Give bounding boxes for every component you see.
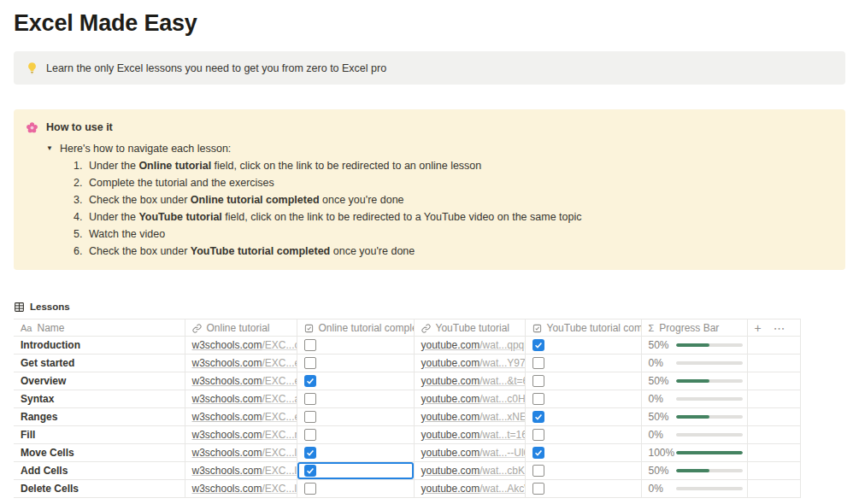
progress-bar-track xyxy=(676,415,743,419)
lesson-name-cell[interactable]: Move Cells xyxy=(14,444,185,462)
empty-trailing-cell xyxy=(747,444,800,462)
howto-step: Under the Online tutorial field, click o… xyxy=(74,157,833,174)
lesson-name-cell[interactable]: Introduction xyxy=(14,337,185,355)
progress-bar-track xyxy=(676,451,743,454)
column-label: YouTube tutorial xyxy=(436,322,510,334)
lessons-table-body: Introductionw3schools.com/EXC...on.phpyo… xyxy=(14,337,800,498)
online-tutorial-link-cell[interactable]: w3schools.com/EXC...ax.php xyxy=(185,390,297,408)
online-tutorial-link-cell[interactable]: w3schools.com/EXC...ng.php xyxy=(185,426,297,444)
checkbox-type-icon xyxy=(532,324,542,333)
url-path-text: /wat...t=167s xyxy=(480,429,525,441)
youtube-completed-checkbox-cell xyxy=(525,444,641,462)
howto-toggle[interactable]: ▼ Here's how to navigate each lesson: xyxy=(46,140,833,157)
checkbox[interactable] xyxy=(532,483,544,495)
youtube-tutorial-link-cell[interactable]: youtube.com/wat...&t=60s xyxy=(414,372,525,390)
column-header-youtube-tutorial-completed[interactable]: YouTube tutorial completed xyxy=(525,319,641,337)
online-tutorial-link-cell[interactable]: w3schools.com/EXC...es.php xyxy=(185,408,297,426)
youtube-tutorial-link-cell[interactable]: youtube.com/wat...qpqLTU xyxy=(414,337,525,355)
step-text: Complete the tutorial and the exercises xyxy=(89,177,274,189)
youtube-tutorial-link-cell[interactable]: youtube.com/wat...Y97Rw0 xyxy=(414,355,525,372)
online-tutorial-link-cell[interactable]: w3schools.com/EXC...ls.php xyxy=(185,444,297,462)
youtube-tutorial-link-cell[interactable]: youtube.com/wat...c0HlJ4 xyxy=(414,390,525,408)
checkbox[interactable] xyxy=(532,393,544,405)
url-path-text: /wat...--Ul0o xyxy=(480,447,525,459)
howto-step: Under the YouTube tutorial field, click … xyxy=(74,208,833,226)
column-header-name[interactable]: AaName xyxy=(14,319,185,337)
checkbox[interactable] xyxy=(532,447,544,459)
checkbox[interactable] xyxy=(532,375,544,387)
lesson-name-cell[interactable]: Get started xyxy=(14,355,185,372)
youtube-tutorial-link-cell[interactable]: youtube.com/wat...t=167s xyxy=(414,426,525,444)
table-row: Syntaxw3schools.com/EXC...ax.phpyoutube.… xyxy=(14,390,800,408)
online-completed-checkbox-cell xyxy=(297,408,414,426)
url-domain-text: youtube.com xyxy=(421,447,480,459)
url-domain-text: w3schools.com xyxy=(192,411,262,423)
lesson-name-cell[interactable]: Fill xyxy=(14,426,185,444)
checkbox[interactable] xyxy=(304,393,316,405)
online-tutorial-link-cell[interactable]: w3schools.com/EXC...ew.php xyxy=(185,372,297,390)
url-path-text: /EXC...ls.php xyxy=(262,465,297,477)
progress-percent-label: 50% xyxy=(649,411,676,423)
url-domain-text: youtube.com xyxy=(421,357,480,369)
column-header-youtube-tutorial[interactable]: YouTube tutorial xyxy=(414,319,525,337)
url-path-text: /wat...Y97Rw0 xyxy=(480,357,525,369)
url-path-text: /EXC...ew.php xyxy=(262,375,297,387)
lesson-name-cell[interactable]: Delete Cells xyxy=(14,480,185,498)
lesson-name-cell[interactable]: Ranges xyxy=(14,408,185,426)
lesson-name-cell[interactable]: Add Cells xyxy=(14,462,185,480)
step-text: once you're done xyxy=(330,245,415,257)
lesson-name-cell[interactable]: Overview xyxy=(14,372,185,390)
checkbox[interactable] xyxy=(304,339,316,351)
check-icon xyxy=(533,448,544,458)
url-path-text: /EXC...ax.php xyxy=(262,393,297,405)
checkbox[interactable] xyxy=(532,339,544,351)
url-path-text: /EXC...on.php xyxy=(262,339,297,351)
progress-bar-track xyxy=(676,397,743,401)
checkbox[interactable] xyxy=(532,465,544,477)
checkbox[interactable] xyxy=(532,357,544,369)
online-tutorial-link-cell[interactable]: w3schools.com/EXC...ls.php xyxy=(185,462,297,480)
youtube-completed-checkbox-cell xyxy=(525,372,641,390)
table-row: Introductionw3schools.com/EXC...on.phpyo… xyxy=(14,337,800,355)
checkbox[interactable] xyxy=(304,411,316,423)
lessons-section-header[interactable]: Lessons xyxy=(14,300,845,314)
empty-trailing-cell xyxy=(747,426,800,444)
table-more-options-button[interactable]: ⋯ xyxy=(774,321,786,335)
url-path-text: /EXC...ng.php xyxy=(262,429,297,441)
online-completed-checkbox-cell xyxy=(297,355,414,372)
howto-steps: Under the Online tutorial field, click o… xyxy=(74,157,833,260)
url-path-text: /EXC...ed.php xyxy=(262,357,297,369)
howto-step: Watch the video xyxy=(74,226,833,243)
youtube-tutorial-link-cell[interactable]: youtube.com/wat...cbKEaQ xyxy=(414,462,525,480)
add-column-button[interactable]: + xyxy=(755,321,762,335)
checkbox[interactable] xyxy=(304,483,316,495)
youtube-tutorial-link-cell[interactable]: youtube.com/wat...AkcWyY xyxy=(414,480,525,498)
lessons-table: AaName Online tutorial Online tutorial c… xyxy=(14,319,801,498)
progress-bar-track xyxy=(676,487,743,490)
column-header-progress-bar[interactable]: ΣProgress Bar xyxy=(641,319,747,337)
online-tutorial-link-cell[interactable]: w3schools.com/EXC...ls.php xyxy=(185,480,297,498)
howto-title: How to use it xyxy=(46,120,113,135)
empty-trailing-cell xyxy=(747,390,800,408)
empty-trailing-cell xyxy=(747,480,800,498)
progress-bar-cell: 50% xyxy=(641,408,747,426)
checkbox[interactable] xyxy=(532,411,544,423)
column-label: Online tutorial xyxy=(207,322,270,334)
checkbox[interactable] xyxy=(304,375,316,387)
progress-bar-cell: 0% xyxy=(641,355,747,372)
checkbox[interactable] xyxy=(304,429,316,441)
progress-bar-track xyxy=(676,379,743,383)
column-header-online-tutorial[interactable]: Online tutorial xyxy=(185,319,297,337)
url-domain-text: w3schools.com xyxy=(192,375,262,387)
column-header-online-tutorial-completed[interactable]: Online tutorial completed xyxy=(297,319,414,337)
checkbox[interactable] xyxy=(304,357,316,369)
progress-bar-track xyxy=(676,433,743,437)
youtube-tutorial-link-cell[interactable]: youtube.com/wat...xNE0TQ xyxy=(414,408,525,426)
checkbox[interactable] xyxy=(304,447,316,459)
online-tutorial-link-cell[interactable]: w3schools.com/EXC...ed.php xyxy=(185,355,297,372)
lesson-name-cell[interactable]: Syntax xyxy=(14,390,185,408)
youtube-tutorial-link-cell[interactable]: youtube.com/wat...--Ul0o xyxy=(414,444,525,462)
checkbox[interactable] xyxy=(304,465,316,477)
online-tutorial-link-cell[interactable]: w3schools.com/EXC...on.php xyxy=(185,337,297,355)
checkbox[interactable] xyxy=(532,429,544,441)
